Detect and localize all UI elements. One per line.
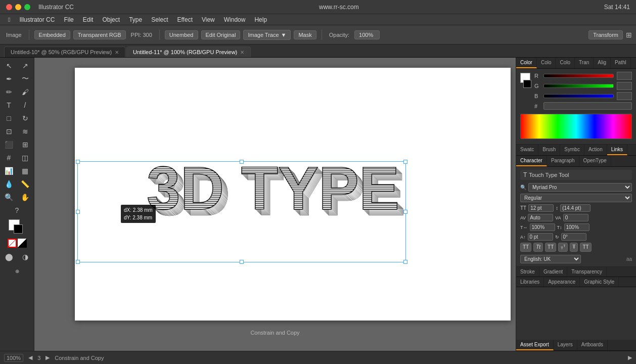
leading-input[interactable] xyxy=(560,204,590,212)
canvas-area[interactable]: .type3d { font-family: Arial Black, sans… xyxy=(34,58,516,351)
image-trace-button[interactable]: Image Trace ▼ xyxy=(243,30,291,40)
pathl-tab[interactable]: Pathl xyxy=(611,58,631,68)
type-tool[interactable]: T xyxy=(2,99,17,111)
colo-tab-1[interactable]: Colo xyxy=(537,58,556,68)
transparent-rgb-button[interactable]: Transparent RGB xyxy=(73,30,126,39)
asset-export-tab[interactable]: Asset Export xyxy=(516,340,554,350)
tab-untitled-10[interactable]: Untitled-10* @ 50% (RGB/GPU Preview) ✕ xyxy=(4,47,125,57)
close-button[interactable] xyxy=(6,4,12,10)
menu-file[interactable]: File xyxy=(60,15,77,24)
rotation-input[interactable] xyxy=(561,233,586,241)
tt-style-4[interactable]: TT xyxy=(558,243,568,252)
transparency-tab[interactable]: Transparency xyxy=(567,267,607,277)
menu-select[interactable]: Select xyxy=(147,15,172,24)
nav-prev[interactable]: ◀ xyxy=(28,354,32,361)
tab-close-1[interactable]: ✕ xyxy=(240,50,244,55)
handle-tl[interactable] xyxy=(76,160,80,164)
zoom-control[interactable]: 100% xyxy=(4,354,23,362)
g-slider[interactable] xyxy=(543,84,614,88)
menu-effect[interactable]: Effect xyxy=(173,15,197,24)
color-tab[interactable]: Color xyxy=(516,58,537,68)
language-select[interactable]: English: UK xyxy=(520,255,581,263)
mask-button[interactable]: Mask xyxy=(294,30,316,39)
b-value[interactable] xyxy=(617,92,632,100)
shape-builder-tool[interactable]: ⬛ xyxy=(2,139,17,151)
perspective-tool[interactable]: ⊞ xyxy=(18,139,33,151)
color-spectrum[interactable] xyxy=(520,114,632,139)
gradient-view-button[interactable]: ◑ xyxy=(18,251,33,263)
pencil-tool[interactable]: ✏ xyxy=(2,86,17,98)
font-size-input[interactable] xyxy=(528,204,554,212)
measure-tool[interactable]: 📏 xyxy=(18,178,33,190)
r-slider[interactable] xyxy=(543,74,614,78)
colo-tab-2[interactable]: Colo xyxy=(556,58,575,68)
help-tool[interactable]: ? xyxy=(10,204,25,216)
bar-chart-tool[interactable]: ▦ xyxy=(18,165,33,177)
warp-tool[interactable]: ≋ xyxy=(18,125,33,138)
zoom-tool[interactable]: 🔍 xyxy=(2,191,17,203)
menu-view[interactable]: View xyxy=(198,15,219,24)
b-slider[interactable] xyxy=(543,94,614,98)
handle-ml[interactable] xyxy=(76,210,80,214)
tab-untitled-11[interactable]: Untitled-11* @ 100% (RGB/GPU Preview) ✕ xyxy=(126,47,251,57)
g-value[interactable] xyxy=(617,82,632,90)
paragraph-tab[interactable]: Paragraph xyxy=(547,156,579,166)
r-value[interactable] xyxy=(617,72,632,80)
menu-type[interactable]: Type xyxy=(125,15,146,24)
touch-type-tool-row[interactable]: T Touch Type Tool xyxy=(520,170,632,180)
rectangle-tool[interactable]: □ xyxy=(2,112,17,124)
minimize-button[interactable] xyxy=(15,4,21,10)
color-view-button[interactable]: ⬤ xyxy=(2,251,17,263)
image-trace-dropdown-icon[interactable]: ▼ xyxy=(281,32,287,38)
maximize-button[interactable] xyxy=(24,4,30,10)
tt-style-3[interactable]: TT xyxy=(545,243,556,252)
menu-illustrator[interactable]: Illustrator CC xyxy=(15,15,59,24)
rotate-tool[interactable]: ↻ xyxy=(18,112,33,124)
nav-next[interactable]: ▶ xyxy=(46,354,50,361)
tt-style-6[interactable]: TT xyxy=(580,243,591,252)
menu-apple[interactable]:  xyxy=(4,15,14,24)
symbols-tab[interactable]: Symbc xyxy=(560,145,584,155)
character-tab[interactable]: Character xyxy=(516,156,547,166)
background-color[interactable] xyxy=(14,224,23,234)
kerning-input[interactable] xyxy=(528,214,553,221)
tran-tab[interactable]: Tran xyxy=(575,58,594,68)
opacity-value[interactable]: 100% xyxy=(354,30,380,39)
scale-h-input[interactable] xyxy=(530,223,555,231)
swap-color-button[interactable] xyxy=(18,239,27,248)
line-tool[interactable]: / xyxy=(18,99,33,111)
layers-tab[interactable]: Layers xyxy=(554,340,577,350)
libraries-tab[interactable]: Libraries xyxy=(516,277,544,287)
gradient-tab[interactable]: Gradient xyxy=(539,267,567,277)
bg-color-box[interactable] xyxy=(523,80,531,88)
tt-style-5[interactable]: Ŧ xyxy=(570,243,578,252)
embedded-button[interactable]: Embedded xyxy=(34,30,70,39)
pen-tool[interactable]: ✒ xyxy=(2,73,17,85)
handle-bl[interactable] xyxy=(76,260,80,264)
panel-toggle-icon[interactable]: ⊞ xyxy=(626,31,632,39)
stroke-tab[interactable]: Stroke xyxy=(516,267,539,277)
opentype-tab[interactable]: OpenType xyxy=(579,156,611,166)
graph-tool[interactable]: 📊 xyxy=(2,165,17,177)
font-style-select[interactable]: Regular xyxy=(520,194,632,202)
menu-object[interactable]: Object xyxy=(98,15,124,24)
eyedropper-tool[interactable]: 💧 xyxy=(2,178,17,190)
appearance-tab[interactable]: Appearance xyxy=(544,277,580,287)
selection-tool[interactable]: ↖ xyxy=(2,60,17,72)
nav-arrow-right[interactable]: ▶ xyxy=(628,354,632,361)
swatches-tab[interactable]: Swatc xyxy=(516,145,538,155)
transform-button[interactable]: Transform xyxy=(588,30,623,39)
action-tab[interactable]: Action xyxy=(584,145,607,155)
brushes-tab[interactable]: Brush xyxy=(538,145,560,155)
artboard-button[interactable]: ⊕ xyxy=(10,265,25,277)
tt-style-2[interactable]: Tt xyxy=(533,243,543,252)
hand-tool[interactable]: ✋ xyxy=(18,191,33,203)
tt-style-1[interactable]: TT xyxy=(520,243,531,252)
hex-input[interactable] xyxy=(543,102,632,110)
menu-help[interactable]: Help xyxy=(250,15,271,24)
tab-close-0[interactable]: ✕ xyxy=(115,50,119,55)
menu-edit[interactable]: Edit xyxy=(79,15,98,24)
scale-v-input[interactable] xyxy=(564,223,589,231)
baseline-input[interactable] xyxy=(528,233,553,241)
traffic-lights[interactable] xyxy=(6,4,30,10)
